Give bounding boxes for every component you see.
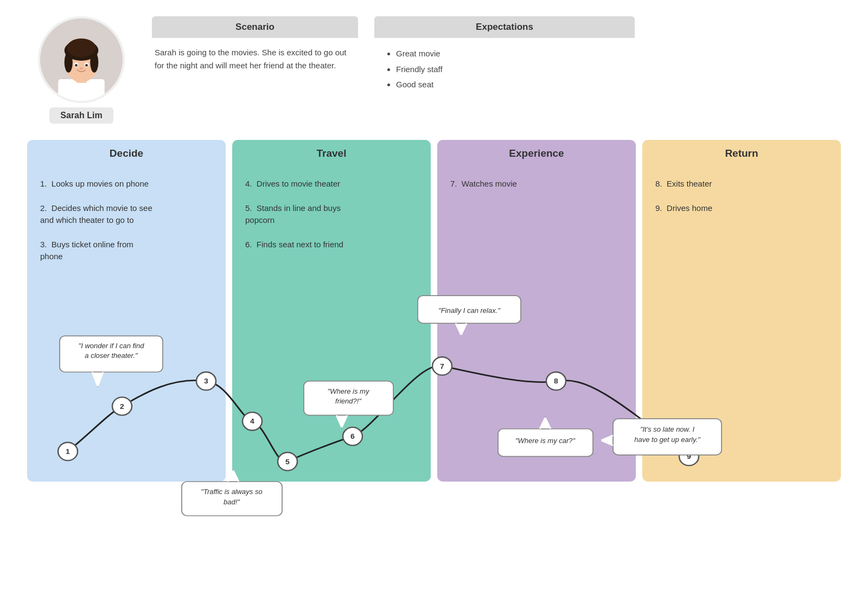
- expectations-box: Expectations Great movie Friendly staff …: [374, 16, 635, 101]
- header-section: Sarah Lim Scenario Sarah is going to the…: [27, 16, 841, 124]
- expectations-content: Great movie Friendly staff Good seat: [374, 38, 635, 101]
- svg-point-7: [65, 52, 73, 73]
- svg-point-9: [67, 39, 95, 57]
- col-experience-body: 7. Watches movie: [437, 167, 636, 482]
- svg-rect-39: [182, 482, 282, 516]
- step-3: 3. Buys ticket online fromphone: [40, 239, 213, 263]
- svg-text:"Traffic is always so: "Traffic is always so: [201, 489, 262, 496]
- col-decide-body: 1. Looks up movies on phone 2. Decides w…: [27, 167, 226, 482]
- journey-map-wrapper: Decide 1. Looks up movies on phone 2. De…: [27, 140, 841, 482]
- persona-name: Sarah Lim: [49, 107, 113, 124]
- expectations-title: Expectations: [374, 16, 635, 38]
- expectation-2: Friendly staff: [396, 62, 624, 78]
- col-return-body: 8. Exits theater 9. Drives home: [642, 167, 841, 482]
- main-container: Sarah Lim Scenario Sarah is going to the…: [0, 0, 868, 498]
- step-7: 7. Watches movie: [450, 178, 623, 190]
- avatar-circle: [38, 16, 125, 103]
- avatar-container: Sarah Lim: [27, 16, 136, 124]
- col-decide: Decide 1. Looks up movies on phone 2. De…: [27, 140, 226, 482]
- svg-point-12: [75, 64, 78, 67]
- avatar-svg: [40, 16, 123, 103]
- col-experience-header: Experience: [437, 140, 636, 167]
- svg-point-14: [80, 67, 83, 69]
- col-decide-header: Decide: [27, 140, 226, 167]
- step-6: 6. Finds seat next to friend: [245, 239, 418, 251]
- col-travel-body: 4. Drives to movie theater 5. Stands in …: [232, 167, 431, 482]
- step-4: 4. Drives to movie theater: [245, 178, 418, 190]
- svg-point-8: [90, 52, 98, 73]
- expectation-3: Good seat: [396, 77, 624, 93]
- svg-text:bad!": bad!": [224, 498, 240, 505]
- step-2: 2. Decides which movie to seeand which t…: [40, 202, 213, 227]
- col-travel: Travel 4. Drives to movie theater 5. Sta…: [232, 140, 431, 482]
- col-travel-header: Travel: [232, 140, 431, 167]
- col-return: Return 8. Exits theater 9. Drives home: [642, 140, 841, 482]
- journey-columns: Decide 1. Looks up movies on phone 2. De…: [27, 140, 841, 482]
- step-1: 1. Looks up movies on phone: [40, 178, 213, 190]
- col-return-header: Return: [642, 140, 841, 167]
- scenario-title: Scenario: [152, 16, 358, 38]
- svg-point-13: [85, 64, 88, 67]
- scenario-box: Scenario Sarah is going to the movies. S…: [152, 16, 358, 80]
- col-experience: Experience 7. Watches movie: [437, 140, 636, 482]
- step-9: 9. Drives home: [655, 202, 828, 215]
- expectation-1: Great movie: [396, 46, 624, 62]
- step-8: 8. Exits theater: [655, 178, 828, 190]
- step-5: 5. Stands in line and buyspopcorn: [245, 202, 418, 227]
- scenario-text: Sarah is going to the movies. She is exc…: [152, 38, 358, 80]
